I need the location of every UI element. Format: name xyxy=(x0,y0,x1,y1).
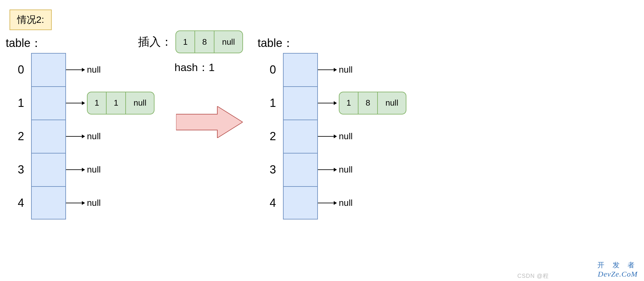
table-row: 1 1 1 null xyxy=(6,86,154,120)
table-row: 3 null xyxy=(258,153,406,186)
insert-label: 插入： xyxy=(138,34,172,50)
insert-block: 插入： 1 8 null xyxy=(138,30,243,53)
insert-node: 1 8 null xyxy=(175,30,243,53)
left-table: table： 0 null 1 1 1 null 2 xyxy=(6,36,154,219)
pointer-arrow: 1 1 null xyxy=(66,92,154,114)
table-row: 1 1 8 null xyxy=(258,86,406,120)
null-label: null xyxy=(87,131,101,141)
node-next: null xyxy=(378,92,406,114)
node-value: 8 xyxy=(358,92,378,114)
null-label: null xyxy=(339,131,353,141)
svg-marker-16 xyxy=(334,134,337,138)
index-label: 0 xyxy=(6,63,31,76)
node-value: 1 xyxy=(107,92,126,114)
pointer-arrow: null xyxy=(66,65,101,75)
linked-node: 1 8 null xyxy=(339,92,406,114)
index-label: 3 xyxy=(6,163,31,176)
bucket-cell xyxy=(283,53,318,86)
svg-marker-10 xyxy=(176,106,243,138)
bucket-cell xyxy=(283,86,318,120)
right-table: table： 0 null 1 1 8 null 2 xyxy=(258,36,406,219)
watermark-csdn: CSDN @程 xyxy=(517,272,549,280)
right-table-title: table： xyxy=(258,36,406,51)
null-label: null xyxy=(339,165,353,175)
pointer-arrow: null xyxy=(318,165,353,175)
null-label: null xyxy=(87,198,101,208)
pointer-arrow: null xyxy=(66,165,101,175)
index-label: 4 xyxy=(258,196,283,210)
case-label: 情况2: xyxy=(10,10,52,30)
index-label: 3 xyxy=(258,163,283,176)
bucket-cell xyxy=(283,153,318,186)
table-row: 3 null xyxy=(6,153,154,186)
watermark-devze: 开 发 者 DevZe.CoM xyxy=(597,260,638,278)
left-table-title: table： xyxy=(6,36,154,51)
pointer-arrow: null xyxy=(318,65,353,75)
null-label: null xyxy=(339,65,353,75)
index-label: 4 xyxy=(6,196,31,210)
pointer-arrow: null xyxy=(66,198,101,208)
svg-marker-18 xyxy=(334,168,337,172)
svg-marker-9 xyxy=(82,201,85,205)
bucket-cell xyxy=(283,186,318,219)
bucket-cell xyxy=(283,120,318,153)
svg-marker-7 xyxy=(82,168,85,172)
index-label: 2 xyxy=(258,130,283,143)
svg-marker-14 xyxy=(334,101,337,105)
table-row: 2 null xyxy=(258,120,406,153)
index-label: 0 xyxy=(258,63,283,76)
bucket-cell xyxy=(31,120,66,153)
null-label: null xyxy=(87,165,101,175)
table-row: 0 null xyxy=(6,53,154,86)
table-row: 4 null xyxy=(6,186,154,219)
table-row: 0 null xyxy=(258,53,406,86)
transition-arrow-icon xyxy=(176,106,243,139)
bucket-cell xyxy=(31,86,66,120)
svg-marker-20 xyxy=(334,201,337,205)
bucket-cell xyxy=(31,186,66,219)
table-row: 2 null xyxy=(6,120,154,153)
pointer-arrow: null xyxy=(318,131,353,141)
svg-marker-3 xyxy=(82,101,85,105)
pointer-arrow: 1 8 null xyxy=(318,92,406,114)
index-label: 1 xyxy=(258,96,283,110)
pointer-arrow: null xyxy=(66,131,101,141)
watermark-line2: DevZe.CoM xyxy=(598,270,638,278)
node-value: 8 xyxy=(195,31,214,53)
node-key: 1 xyxy=(88,92,107,114)
node-next: null xyxy=(126,92,154,114)
svg-marker-1 xyxy=(82,68,85,72)
bucket-cell xyxy=(31,53,66,86)
null-label: null xyxy=(87,65,101,75)
bucket-cell xyxy=(31,153,66,186)
null-label: null xyxy=(339,198,353,208)
index-label: 2 xyxy=(6,130,31,143)
hash-label: hash：1 xyxy=(174,60,215,75)
svg-marker-5 xyxy=(82,134,85,138)
linked-node: 1 1 null xyxy=(87,92,154,114)
node-key: 1 xyxy=(339,92,358,114)
index-label: 1 xyxy=(6,96,31,110)
node-next: null xyxy=(214,31,242,53)
svg-marker-12 xyxy=(334,68,337,72)
table-row: 4 null xyxy=(258,186,406,219)
watermark-line1: 开 发 者 xyxy=(597,260,638,270)
node-key: 1 xyxy=(176,31,195,53)
pointer-arrow: null xyxy=(318,198,353,208)
